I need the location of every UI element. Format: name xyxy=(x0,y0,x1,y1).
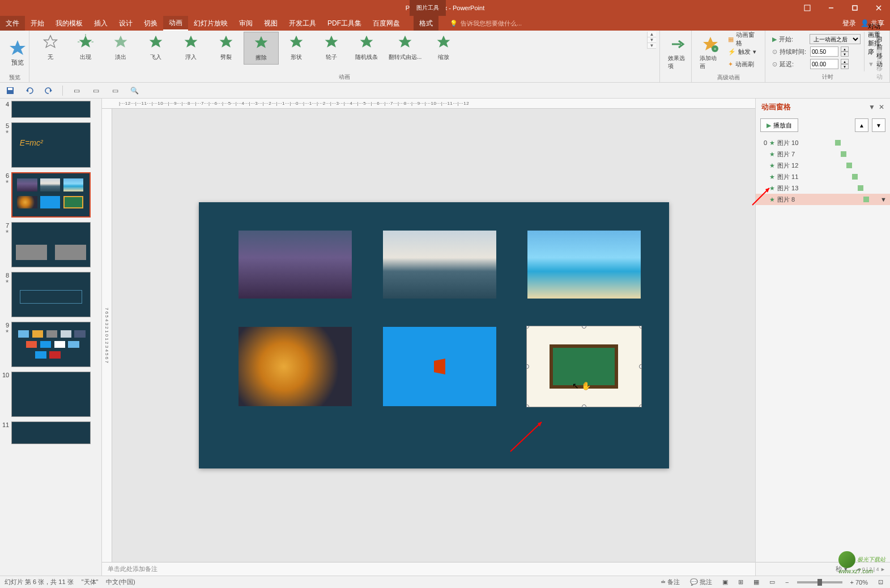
duration-input[interactable] xyxy=(810,46,838,57)
anim-zoom[interactable]: 缩放 xyxy=(426,32,461,65)
normal-view-button[interactable]: ▣ xyxy=(720,578,730,586)
anim-entry-0[interactable]: 0★图片 10 xyxy=(756,137,890,148)
tell-me-search[interactable]: 💡 告诉我您想要做什么... xyxy=(450,19,522,28)
thumb-slide-7[interactable] xyxy=(11,222,91,267)
thumb-slide-8[interactable] xyxy=(11,272,91,317)
tab-home[interactable]: 开始 xyxy=(25,16,50,31)
thumb-slide-11[interactable] xyxy=(11,421,91,444)
resize-handle-sw[interactable] xyxy=(526,404,529,407)
anim-entry-5[interactable]: ★图片 8▼ xyxy=(756,194,890,205)
slide-image-4[interactable]: 0 xyxy=(239,327,352,406)
resize-handle-s[interactable] xyxy=(582,404,586,407)
anim-none[interactable]: 无 xyxy=(33,32,68,65)
qat-btn-2[interactable]: ▭ xyxy=(90,85,101,96)
tab-developer[interactable]: 开发工具 xyxy=(283,16,322,31)
anim-entry-4[interactable]: ★图片 13 xyxy=(756,182,890,194)
login-button[interactable]: 登录 xyxy=(842,19,856,28)
move-down-button[interactable]: ▼ xyxy=(872,118,885,132)
resize-handle-e[interactable] xyxy=(639,364,642,369)
close-button[interactable] xyxy=(867,0,890,16)
zoom-level[interactable]: + 70% xyxy=(848,579,871,586)
delay-input[interactable] xyxy=(810,59,838,69)
fit-button[interactable]: ⊡ xyxy=(876,578,885,586)
qat-btn-4[interactable]: 🔍 xyxy=(129,85,140,96)
save-button[interactable] xyxy=(5,85,16,96)
pane-dropdown-icon[interactable]: ▼ xyxy=(868,103,875,111)
tab-design[interactable]: 设计 xyxy=(113,16,138,31)
move-up-button[interactable]: ▲ xyxy=(855,118,868,132)
slide-image-2[interactable]: 0 xyxy=(383,231,496,299)
gallery-up-button[interactable]: ▲ xyxy=(648,32,656,37)
anim-fade[interactable]: 淡出 xyxy=(103,32,138,65)
start-select[interactable]: 上一动画之后 xyxy=(810,34,861,44)
notes-toggle[interactable]: ≐ 备注 xyxy=(658,578,682,586)
tab-baidu[interactable]: 百度网盘 xyxy=(367,16,406,31)
effect-options-button[interactable]: 效果选项 xyxy=(663,32,692,74)
thumb-slide-5[interactable]: E=mc² xyxy=(11,122,91,168)
resize-handle-w[interactable] xyxy=(526,364,529,369)
tab-slideshow[interactable]: 幻灯片放映 xyxy=(188,16,233,31)
slide-image-6-selected[interactable]: 0 ↖ ✋ xyxy=(526,326,642,407)
redo-button[interactable] xyxy=(43,85,54,96)
ribbon-options-button[interactable] xyxy=(796,0,819,16)
resize-handle-se[interactable] xyxy=(639,404,642,407)
tab-pdf[interactable]: PDF工具集 xyxy=(322,16,367,31)
anim-entry-2[interactable]: ★图片 12 xyxy=(756,160,890,171)
animation-painter-button[interactable]: ✦动画刷 xyxy=(726,58,761,70)
slide-canvas[interactable]: 0 0 0 0 0 0 xyxy=(199,202,669,468)
anim-random[interactable]: 随机线条 xyxy=(349,32,384,65)
resize-handle-n[interactable] xyxy=(582,326,586,329)
anim-float[interactable]: 浮入 xyxy=(173,32,208,65)
qat-btn-1[interactable]: ▭ xyxy=(71,85,82,96)
anim-wipe[interactable]: 擦除 xyxy=(244,32,279,65)
minimize-button[interactable] xyxy=(820,0,842,16)
entry-dropdown-icon[interactable]: ▼ xyxy=(880,196,887,203)
tab-review[interactable]: 审阅 xyxy=(233,16,258,31)
delay-down[interactable]: ▼ xyxy=(841,64,849,69)
language-status[interactable]: 中文(中国) xyxy=(106,578,135,586)
anim-shape[interactable]: 形状 xyxy=(279,32,314,65)
tab-animations[interactable]: 动画 xyxy=(163,16,188,31)
anim-entry-3[interactable]: ★图片 11 xyxy=(756,171,890,182)
animation-list[interactable]: 0★图片 10 ★图片 7 ★图片 12 ★图片 11 ★图片 13 ★图片 8… xyxy=(756,135,890,562)
tab-insert[interactable]: 插入 xyxy=(88,16,113,31)
play-from-button[interactable]: ▶播放自 xyxy=(760,118,798,132)
comments-toggle[interactable]: 💬 批注 xyxy=(688,578,714,586)
trigger-button[interactable]: ⚡触发 ▾ xyxy=(726,45,761,58)
reading-view-button[interactable]: ▦ xyxy=(751,578,761,586)
duration-up[interactable]: ▲ xyxy=(841,46,849,52)
delay-up[interactable]: ▲ xyxy=(841,59,849,64)
slide-image-3[interactable]: 0 xyxy=(527,231,641,299)
undo-button[interactable] xyxy=(24,85,35,96)
anim-flip[interactable]: 翻转式由远... xyxy=(384,32,426,65)
slide-image-1[interactable]: 0 xyxy=(239,231,352,299)
slide-image-5[interactable]: 0 xyxy=(383,327,496,406)
gallery-more-button[interactable]: ▼ xyxy=(648,43,656,49)
slideshow-view-button[interactable]: ▭ xyxy=(767,578,777,586)
slide-thumbnail-panel[interactable]: 4 5★E=mc² 6★ 7★ 8★ 9★ 10 11 xyxy=(0,99,102,576)
tab-view[interactable]: 视图 xyxy=(258,16,283,31)
notes-area[interactable]: 单击此处添加备注 xyxy=(102,562,755,576)
pane-close-icon[interactable]: ✕ xyxy=(879,103,884,111)
animation-pane-button[interactable]: ▦动画窗格 xyxy=(726,33,761,45)
tab-templates[interactable]: 我的模板 xyxy=(50,16,88,31)
thumb-slide-9[interactable] xyxy=(11,322,91,367)
zoom-slider[interactable] xyxy=(797,581,842,583)
anim-split[interactable]: 劈裂 xyxy=(208,32,244,65)
move-later-button[interactable]: ▼向后移动 xyxy=(868,58,883,70)
anim-entry-1[interactable]: ★图片 7 xyxy=(756,148,890,160)
tab-format[interactable]: 格式 xyxy=(414,16,438,31)
tab-transitions[interactable]: 切换 xyxy=(138,16,163,31)
anim-wheel[interactable]: 轮子 xyxy=(314,32,349,65)
resize-handle-nw[interactable] xyxy=(526,326,529,329)
thumb-slide-10[interactable] xyxy=(11,372,91,417)
anim-appear[interactable]: 出现 xyxy=(68,32,103,65)
duration-down[interactable]: ▼ xyxy=(841,52,849,57)
thumb-slide-6[interactable] xyxy=(11,172,91,218)
anim-flyin[interactable]: 飞入 xyxy=(138,32,173,65)
add-animation-button[interactable]: + 添加动画 xyxy=(695,32,726,74)
resize-handle-ne[interactable] xyxy=(639,326,642,329)
qat-btn-3[interactable]: ▭ xyxy=(109,85,121,96)
preview-button[interactable]: 预览 xyxy=(3,32,32,74)
zoom-out-button[interactable]: − xyxy=(783,579,791,586)
